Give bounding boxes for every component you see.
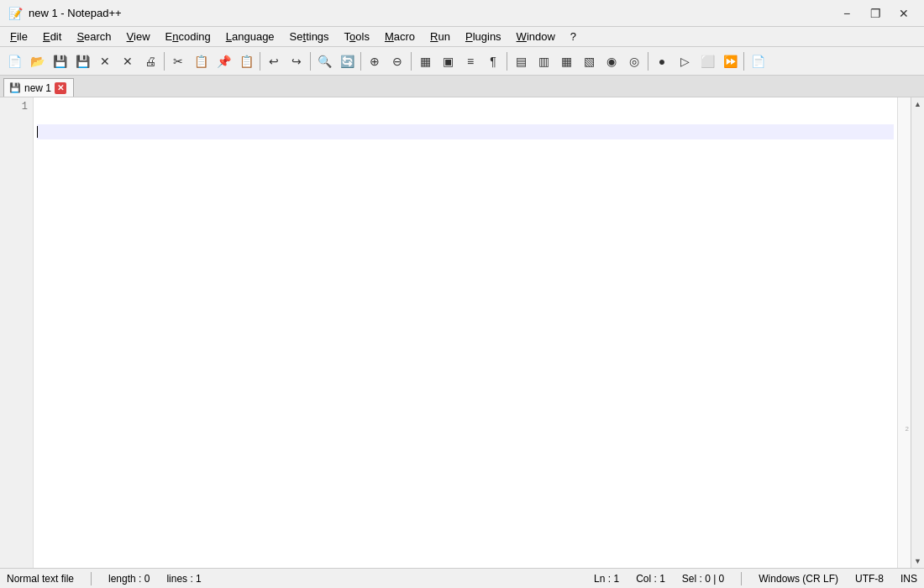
line-number-1: 1 [22, 99, 28, 114]
toolbar-separator-21 [411, 52, 412, 71]
title-text: new 1 - Notepad++ [29, 7, 833, 19]
toolbar-btn-1[interactable]: 📂 [26, 50, 48, 72]
scroll-track[interactable] [911, 111, 924, 554]
toolbar-btn-11[interactable]: 📋 [235, 50, 257, 72]
scroll-up-button[interactable]: ▲ [911, 97, 925, 111]
editor-area [34, 97, 897, 568]
menu-item-encoding[interactable]: Encoding [159, 29, 218, 45]
toolbar: 📄📂💾💾✕✕🖨✂📋📌📋↩↪🔍🔄⊕⊖▦▣≡¶▤▥▦▧◉◎●▷⬜⏩📄 [0, 47, 924, 76]
toolbar-btn-0[interactable]: 📄 [3, 50, 25, 72]
tab-icon: 💾 [9, 82, 21, 93]
toolbar-btn-30[interactable]: ▧ [578, 50, 600, 72]
tab-label: new 1 [24, 82, 51, 94]
menu-item-macro[interactable]: Macro [378, 29, 422, 45]
insert-mode-status: INS [900, 573, 917, 585]
toolbar-btn-31[interactable]: ◉ [601, 50, 622, 72]
toolbar-btn-22[interactable]: ▦ [414, 50, 436, 72]
toolbar-btn-23[interactable]: ▣ [437, 50, 459, 72]
tab-bar: 💾 new 1 ✕ [0, 76, 924, 97]
toolbar-btn-6[interactable]: 🖨 [139, 50, 161, 72]
title-bar: 📝 new 1 - Notepad++ − ❐ ✕ [0, 0, 924, 27]
toolbar-btn-3[interactable]: 💾 [71, 50, 93, 72]
toolbar-btn-20[interactable]: ⊖ [386, 50, 408, 72]
encoding-status: UTF-8 [855, 573, 884, 585]
toolbar-btn-8[interactable]: ✂ [167, 50, 189, 72]
toolbar-btn-29[interactable]: ▦ [555, 50, 577, 72]
restore-button[interactable]: ❐ [862, 5, 889, 22]
toolbar-separator-18 [360, 52, 361, 71]
toolbar-separator-38 [743, 52, 744, 71]
tab-new1[interactable]: 💾 new 1 ✕ [3, 78, 74, 97]
toolbar-btn-19[interactable]: ⊕ [364, 50, 386, 72]
window-controls: − ❐ ✕ [833, 5, 917, 22]
toolbar-btn-9[interactable]: 📋 [190, 50, 212, 72]
editor-line-1 [37, 124, 894, 139]
toolbar-btn-28[interactable]: ▥ [533, 50, 554, 72]
menu-item-edit[interactable]: Edit [36, 29, 68, 45]
length-status: length : 0 [108, 573, 150, 585]
ln-status: Ln : 1 [594, 573, 619, 585]
menu-item-tools[interactable]: Tools [338, 29, 376, 45]
toolbar-btn-25[interactable]: ¶ [482, 50, 504, 72]
lines-status: lines : 1 [166, 573, 201, 585]
toolbar-separator-7 [164, 52, 165, 71]
sel-status: Sel : 0 | 0 [682, 573, 724, 585]
toolbar-btn-35[interactable]: ▷ [674, 50, 696, 72]
right-scrollbar[interactable]: ▲ ▼ [911, 97, 924, 568]
toolbar-separator-33 [648, 52, 648, 71]
tab-close-button[interactable]: ✕ [55, 82, 66, 94]
menu-item-help[interactable]: ? [564, 29, 583, 45]
menu-item-run[interactable]: Run [423, 29, 457, 45]
toolbar-btn-10[interactable]: 📌 [213, 50, 234, 72]
toolbar-btn-14[interactable]: ↪ [286, 50, 307, 72]
line-ending-status: Windows (CR LF) [759, 573, 838, 585]
toolbar-btn-37[interactable]: ⏩ [719, 50, 741, 72]
menu-item-settings[interactable]: Settings [283, 29, 336, 45]
status-right: Ln : 1 Col : 1 Sel : 0 | 0 Windows (CR L… [594, 572, 917, 585]
toolbar-btn-32[interactable]: ◎ [623, 50, 645, 72]
close-window-button[interactable]: ✕ [890, 5, 917, 22]
menu-item-file[interactable]: File [3, 29, 34, 45]
menu-item-language[interactable]: Language [219, 29, 281, 45]
menu-bar: FileEditSearchViewEncodingLanguageSettin… [0, 27, 924, 47]
status-bar: Normal text file length : 0 lines : 1 Ln… [0, 568, 924, 588]
toolbar-btn-17[interactable]: 🔄 [336, 50, 358, 72]
minimize-button[interactable]: − [833, 5, 860, 22]
main-area: 1 2 ▲ ▼ [0, 97, 924, 568]
minimap: 2 [897, 97, 911, 568]
editor-content[interactable] [34, 97, 897, 568]
toolbar-btn-27[interactable]: ▤ [510, 50, 532, 72]
toolbar-btn-24[interactable]: ≡ [459, 50, 481, 72]
toolbar-btn-16[interactable]: 🔍 [313, 50, 335, 72]
toolbar-btn-34[interactable]: ● [651, 50, 673, 72]
toolbar-btn-2[interactable]: 💾 [49, 50, 71, 72]
menu-item-window[interactable]: Window [510, 29, 562, 45]
line-numbers: 1 [0, 97, 34, 568]
toolbar-btn-36[interactable]: ⬜ [696, 50, 718, 72]
menu-item-plugins[interactable]: Plugins [459, 29, 508, 45]
toolbar-btn-4[interactable]: ✕ [94, 50, 116, 72]
toolbar-separator-15 [310, 52, 311, 71]
file-type-status: Normal text file [7, 573, 74, 585]
toolbar-btn-13[interactable]: ↩ [263, 50, 285, 72]
toolbar-separator-12 [260, 52, 260, 71]
toolbar-btn-39[interactable]: 📄 [747, 50, 769, 72]
toolbar-btn-5[interactable]: ✕ [117, 50, 139, 72]
col-status: Col : 1 [636, 573, 665, 585]
toolbar-separator-26 [507, 52, 507, 71]
scroll-down-button[interactable]: ▼ [911, 554, 925, 568]
menu-item-view[interactable]: View [120, 29, 157, 45]
menu-item-search[interactable]: Search [70, 29, 118, 45]
app-icon: 📝 [7, 5, 24, 22]
minimap-marker-2: 2 [906, 425, 909, 433]
